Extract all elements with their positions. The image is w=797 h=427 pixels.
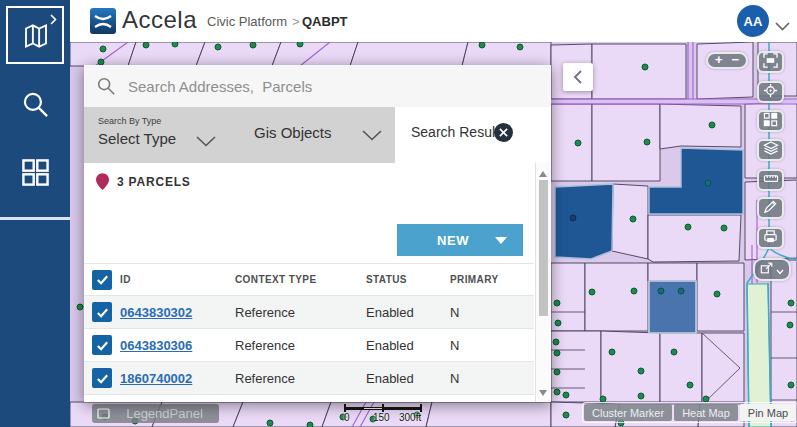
caret-down-icon [495,237,507,244]
zoom-control[interactable]: + − [706,52,748,69]
extent-icon [763,53,778,72]
context-type-cell: Reference [235,305,366,320]
sidebar-item-apps[interactable] [21,158,50,191]
parcel-id-link[interactable]: 0643830306 [120,338,192,353]
context-type-cell: Reference [235,371,366,386]
measure-button[interactable] [757,169,784,191]
target-icon [763,83,778,102]
primary-cell: N [450,305,534,320]
check-icon [95,272,110,287]
check-icon [95,371,110,386]
legend-panel-button[interactable]: LegendPanel [92,404,219,423]
column-header-primary: PRIMARY [450,274,534,285]
map-mode-switcher: Cluster Marker Heat Map Pin Map [582,402,797,423]
new-button-label: NEW [397,233,495,248]
table-row: 1860740002 Reference Enabled N [84,362,534,395]
row-checkbox[interactable] [92,335,112,355]
search-bar [84,65,551,107]
primary-cell: N [450,338,534,353]
scale-middle: 150 [373,412,390,423]
search-by-type-label: Search By Type [98,116,161,126]
search-input[interactable] [128,78,508,95]
parcel-id-link[interactable]: 1860740002 [120,371,192,386]
locate-button[interactable] [757,81,784,103]
breadcrumb-current-page: QABPT [302,14,348,29]
selection-tools-button[interactable] [753,258,791,281]
map-icon [21,21,51,55]
tab-search-results[interactable]: Search Results [395,107,551,163]
primary-cell: N [450,371,534,386]
pencil-icon [763,199,778,218]
user-menu-chevron-icon[interactable] [775,17,790,35]
chevron-down-icon[interactable] [196,133,216,151]
row-checkbox[interactable] [92,302,112,322]
collapse-panel-button[interactable] [563,63,593,91]
grid-icon [21,158,50,187]
scroll-up-arrow[interactable] [539,171,547,177]
ruler-icon [763,171,779,190]
table-row: 0643830302 Reference Enabled N [84,296,534,329]
select-all-checkbox[interactable] [92,270,112,290]
cluster-marker-button[interactable]: Cluster Marker [584,404,672,421]
results-table: ID CONTEXT TYPE STATUS PRIMARY 064383030… [84,263,534,395]
print-button[interactable] [757,227,784,249]
panel-scrollbar[interactable] [535,163,550,402]
search-icon [96,76,116,96]
pin-map-button[interactable]: Pin Map [740,404,796,421]
chevron-down-icon [776,261,784,279]
scroll-thumb[interactable] [539,180,548,316]
top-bar: Accela Civic Platform > QABPT AA [70,0,797,42]
column-header-context-type: CONTEXT TYPE [235,274,366,285]
legend-panel-label: LegendPanel [110,406,219,421]
breadcrumb-app[interactable]: Civic Platform [207,14,287,29]
heat-map-button[interactable]: Heat Map [674,404,738,421]
printer-icon [763,229,778,248]
column-header-status: STATUS [366,274,450,285]
select-export-icon [760,261,774,279]
chevron-left-icon [573,70,583,84]
basemap-grid-icon [763,112,778,131]
sidebar-divider [0,217,70,220]
app-window: + − LegendPanel 0 150 300ft Clu [0,0,797,427]
layers-icon [763,141,779,160]
map-scale-bar: 0 150 300ft [344,404,422,424]
close-icon [499,128,508,137]
row-checkbox[interactable] [92,368,112,388]
layers-button[interactable] [757,139,784,161]
chevron-down-icon[interactable] [362,127,382,145]
gis-objects-dropdown[interactable]: Gis Objects [254,124,332,141]
brand-name: Accela [122,6,197,34]
results-header: 3 PARCELS [96,173,191,190]
parcel-id-link[interactable]: 0643830302 [120,305,192,320]
status-cell: Enabled [366,305,450,320]
status-cell: Enabled [366,371,450,386]
scroll-down-arrow[interactable] [539,390,547,396]
chevron-right-icon [50,11,57,29]
search-by-type-dropdown[interactable]: Select Type [98,130,176,147]
filter-gray-area: Search By Type Select Type Gis Objects [84,107,395,163]
new-button[interactable]: NEW [397,224,523,256]
status-cell: Enabled [366,338,450,353]
basemap-button[interactable] [757,110,784,132]
scale-start: 0 [344,412,350,423]
check-icon [95,338,110,353]
column-header-id: ID [120,274,235,285]
left-sidebar [0,0,70,427]
search-icon [20,89,51,120]
search-panel: Search By Type Select Type Gis Objects S… [84,65,551,402]
results-count-label: 3 PARCELS [117,175,191,189]
close-results-button[interactable] [494,123,513,142]
draw-button[interactable] [757,197,784,219]
search-results-tab-label: Search Results [411,124,506,140]
sidebar-item-search[interactable] [20,89,51,124]
table-header-row: ID CONTEXT TYPE STATUS PRIMARY [84,263,534,296]
sidebar-item-map[interactable] [6,6,64,64]
full-extent-button[interactable] [757,51,784,73]
filter-bar: Search By Type Select Type Gis Objects S… [84,107,551,163]
legend-icon [97,405,110,423]
user-avatar[interactable]: AA [737,5,769,37]
context-type-cell: Reference [235,338,366,353]
accela-logo-icon [90,8,116,34]
breadcrumb-separator: > [292,14,300,29]
pin-icon [96,173,109,190]
